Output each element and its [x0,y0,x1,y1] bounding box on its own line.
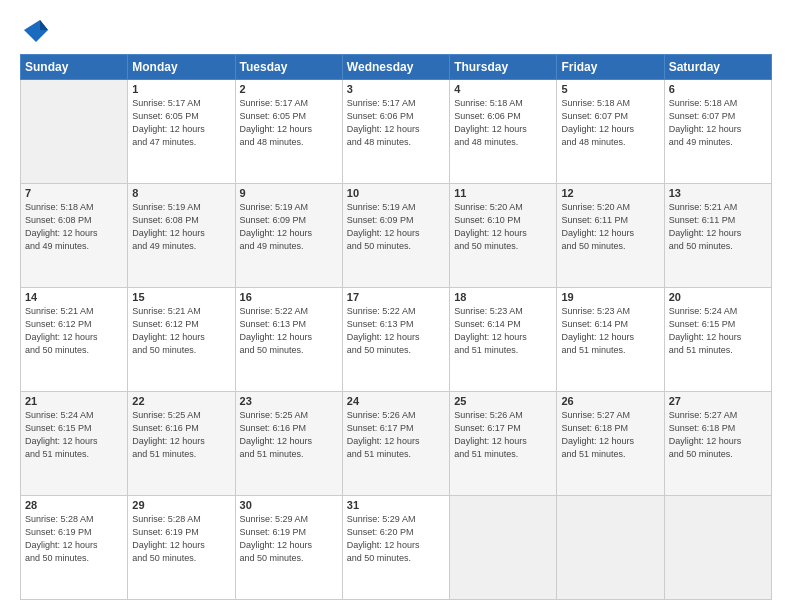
day-number: 4 [454,83,552,95]
day-number: 26 [561,395,659,407]
weekday-header: Thursday [450,55,557,80]
calendar-cell: 8Sunrise: 5:19 AMSunset: 6:08 PMDaylight… [128,184,235,288]
calendar-cell: 14Sunrise: 5:21 AMSunset: 6:12 PMDayligh… [21,288,128,392]
day-number: 3 [347,83,445,95]
day-number: 13 [669,187,767,199]
calendar-cell [21,80,128,184]
day-info: Sunrise: 5:19 AMSunset: 6:09 PMDaylight:… [347,201,445,253]
day-number: 28 [25,499,123,511]
day-number: 11 [454,187,552,199]
logo-icon [20,16,50,46]
day-info: Sunrise: 5:26 AMSunset: 6:17 PMDaylight:… [347,409,445,461]
day-number: 5 [561,83,659,95]
calendar-cell: 20Sunrise: 5:24 AMSunset: 6:15 PMDayligh… [664,288,771,392]
weekday-header: Tuesday [235,55,342,80]
day-info: Sunrise: 5:17 AMSunset: 6:05 PMDaylight:… [240,97,338,149]
day-info: Sunrise: 5:18 AMSunset: 6:07 PMDaylight:… [669,97,767,149]
calendar-cell: 9Sunrise: 5:19 AMSunset: 6:09 PMDaylight… [235,184,342,288]
day-info: Sunrise: 5:21 AMSunset: 6:12 PMDaylight:… [25,305,123,357]
calendar-cell: 5Sunrise: 5:18 AMSunset: 6:07 PMDaylight… [557,80,664,184]
day-number: 19 [561,291,659,303]
svg-marker-0 [24,20,48,42]
calendar-cell: 29Sunrise: 5:28 AMSunset: 6:19 PMDayligh… [128,496,235,600]
calendar-cell: 2Sunrise: 5:17 AMSunset: 6:05 PMDaylight… [235,80,342,184]
day-info: Sunrise: 5:18 AMSunset: 6:06 PMDaylight:… [454,97,552,149]
calendar-row: 7Sunrise: 5:18 AMSunset: 6:08 PMDaylight… [21,184,772,288]
calendar-cell: 17Sunrise: 5:22 AMSunset: 6:13 PMDayligh… [342,288,449,392]
day-number: 8 [132,187,230,199]
day-info: Sunrise: 5:19 AMSunset: 6:08 PMDaylight:… [132,201,230,253]
day-number: 7 [25,187,123,199]
day-info: Sunrise: 5:22 AMSunset: 6:13 PMDaylight:… [347,305,445,357]
day-info: Sunrise: 5:18 AMSunset: 6:08 PMDaylight:… [25,201,123,253]
day-number: 29 [132,499,230,511]
day-number: 21 [25,395,123,407]
calendar-cell: 18Sunrise: 5:23 AMSunset: 6:14 PMDayligh… [450,288,557,392]
weekday-header: Monday [128,55,235,80]
day-number: 12 [561,187,659,199]
day-info: Sunrise: 5:29 AMSunset: 6:19 PMDaylight:… [240,513,338,565]
day-info: Sunrise: 5:19 AMSunset: 6:09 PMDaylight:… [240,201,338,253]
day-number: 2 [240,83,338,95]
calendar-cell: 31Sunrise: 5:29 AMSunset: 6:20 PMDayligh… [342,496,449,600]
day-number: 25 [454,395,552,407]
day-info: Sunrise: 5:24 AMSunset: 6:15 PMDaylight:… [25,409,123,461]
day-number: 22 [132,395,230,407]
day-info: Sunrise: 5:25 AMSunset: 6:16 PMDaylight:… [240,409,338,461]
day-number: 1 [132,83,230,95]
day-info: Sunrise: 5:21 AMSunset: 6:11 PMDaylight:… [669,201,767,253]
calendar-cell: 24Sunrise: 5:26 AMSunset: 6:17 PMDayligh… [342,392,449,496]
day-number: 15 [132,291,230,303]
calendar-cell: 7Sunrise: 5:18 AMSunset: 6:08 PMDaylight… [21,184,128,288]
calendar-cell: 22Sunrise: 5:25 AMSunset: 6:16 PMDayligh… [128,392,235,496]
day-number: 24 [347,395,445,407]
calendar-cell: 30Sunrise: 5:29 AMSunset: 6:19 PMDayligh… [235,496,342,600]
calendar-row: 14Sunrise: 5:21 AMSunset: 6:12 PMDayligh… [21,288,772,392]
weekday-header: Sunday [21,55,128,80]
day-info: Sunrise: 5:25 AMSunset: 6:16 PMDaylight:… [132,409,230,461]
calendar-cell [664,496,771,600]
calendar-cell: 16Sunrise: 5:22 AMSunset: 6:13 PMDayligh… [235,288,342,392]
calendar-cell: 4Sunrise: 5:18 AMSunset: 6:06 PMDaylight… [450,80,557,184]
day-info: Sunrise: 5:22 AMSunset: 6:13 PMDaylight:… [240,305,338,357]
day-info: Sunrise: 5:24 AMSunset: 6:15 PMDaylight:… [669,305,767,357]
page: SundayMondayTuesdayWednesdayThursdayFrid… [0,0,792,612]
day-number: 9 [240,187,338,199]
day-info: Sunrise: 5:17 AMSunset: 6:06 PMDaylight:… [347,97,445,149]
day-info: Sunrise: 5:28 AMSunset: 6:19 PMDaylight:… [25,513,123,565]
calendar-cell: 21Sunrise: 5:24 AMSunset: 6:15 PMDayligh… [21,392,128,496]
day-info: Sunrise: 5:20 AMSunset: 6:10 PMDaylight:… [454,201,552,253]
day-number: 20 [669,291,767,303]
calendar-row: 1Sunrise: 5:17 AMSunset: 6:05 PMDaylight… [21,80,772,184]
calendar: SundayMondayTuesdayWednesdayThursdayFrid… [20,54,772,600]
calendar-cell [557,496,664,600]
calendar-cell: 27Sunrise: 5:27 AMSunset: 6:18 PMDayligh… [664,392,771,496]
calendar-cell: 1Sunrise: 5:17 AMSunset: 6:05 PMDaylight… [128,80,235,184]
calendar-cell: 26Sunrise: 5:27 AMSunset: 6:18 PMDayligh… [557,392,664,496]
calendar-row: 21Sunrise: 5:24 AMSunset: 6:15 PMDayligh… [21,392,772,496]
calendar-row: 28Sunrise: 5:28 AMSunset: 6:19 PMDayligh… [21,496,772,600]
weekday-header: Saturday [664,55,771,80]
calendar-cell: 10Sunrise: 5:19 AMSunset: 6:09 PMDayligh… [342,184,449,288]
day-number: 6 [669,83,767,95]
day-info: Sunrise: 5:23 AMSunset: 6:14 PMDaylight:… [454,305,552,357]
svg-marker-1 [40,20,48,30]
day-info: Sunrise: 5:23 AMSunset: 6:14 PMDaylight:… [561,305,659,357]
weekday-header: Friday [557,55,664,80]
calendar-cell: 11Sunrise: 5:20 AMSunset: 6:10 PMDayligh… [450,184,557,288]
day-number: 30 [240,499,338,511]
calendar-cell: 3Sunrise: 5:17 AMSunset: 6:06 PMDaylight… [342,80,449,184]
header-row: SundayMondayTuesdayWednesdayThursdayFrid… [21,55,772,80]
day-number: 27 [669,395,767,407]
calendar-cell: 12Sunrise: 5:20 AMSunset: 6:11 PMDayligh… [557,184,664,288]
day-info: Sunrise: 5:21 AMSunset: 6:12 PMDaylight:… [132,305,230,357]
day-info: Sunrise: 5:26 AMSunset: 6:17 PMDaylight:… [454,409,552,461]
day-number: 10 [347,187,445,199]
calendar-cell: 28Sunrise: 5:28 AMSunset: 6:19 PMDayligh… [21,496,128,600]
day-info: Sunrise: 5:27 AMSunset: 6:18 PMDaylight:… [561,409,659,461]
day-info: Sunrise: 5:20 AMSunset: 6:11 PMDaylight:… [561,201,659,253]
day-number: 17 [347,291,445,303]
weekday-header: Wednesday [342,55,449,80]
calendar-cell [450,496,557,600]
calendar-cell: 19Sunrise: 5:23 AMSunset: 6:14 PMDayligh… [557,288,664,392]
